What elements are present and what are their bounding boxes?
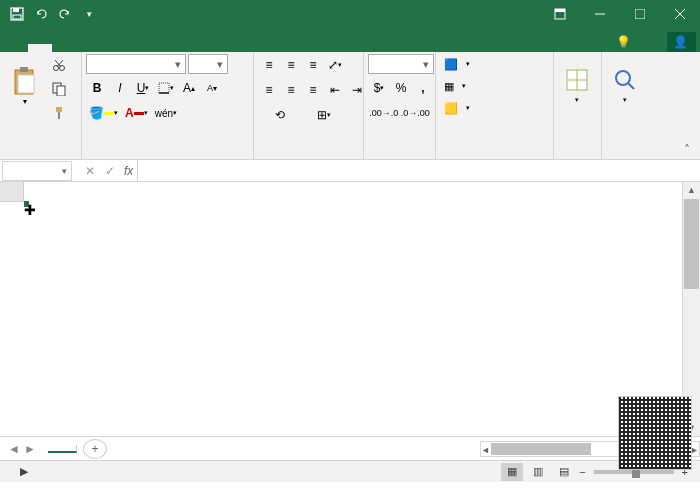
align-middle-button[interactable]: ≡ bbox=[280, 54, 302, 76]
tab-formulas[interactable] bbox=[100, 44, 124, 52]
percent-button[interactable]: % bbox=[390, 77, 412, 99]
conditional-format-button[interactable]: 🟦▾ bbox=[440, 54, 474, 74]
wrap-text-button[interactable]: ⟲ bbox=[258, 104, 302, 126]
scroll-left-button[interactable]: ◄ bbox=[481, 442, 490, 458]
align-top-button[interactable]: ≡ bbox=[258, 54, 280, 76]
accounting-format-button[interactable]: $▾ bbox=[368, 77, 390, 99]
underline-button[interactable]: U▾ bbox=[132, 77, 154, 99]
border-icon bbox=[158, 82, 170, 94]
tab-developer[interactable] bbox=[196, 44, 220, 52]
format-table-button[interactable]: ▦▾ bbox=[440, 76, 474, 96]
tab-data[interactable] bbox=[124, 44, 148, 52]
svg-rect-10 bbox=[20, 67, 28, 72]
enter-formula-button[interactable]: ✓ bbox=[100, 164, 120, 178]
scroll-thumb-vertical[interactable] bbox=[684, 199, 699, 289]
increase-decimal-button[interactable]: .00→.0 bbox=[368, 102, 400, 124]
qat-customize-button[interactable]: ▾ bbox=[78, 3, 100, 25]
scroll-up-button[interactable]: ▲ bbox=[683, 182, 700, 198]
quick-access-toolbar: ▾ bbox=[0, 3, 100, 25]
undo-button[interactable] bbox=[30, 3, 52, 25]
svg-rect-2 bbox=[13, 15, 21, 19]
view-page-layout-button[interactable]: ▥ bbox=[527, 463, 549, 481]
share-icon: 👤 bbox=[673, 35, 688, 49]
merge-button[interactable]: ⊞▾ bbox=[302, 104, 346, 126]
tab-view[interactable] bbox=[172, 44, 196, 52]
view-normal-button[interactable]: ▦ bbox=[501, 463, 523, 481]
cells-group-button[interactable]: ▾ bbox=[558, 54, 596, 118]
ribbon-display-button[interactable] bbox=[540, 0, 580, 28]
tell-me[interactable] bbox=[635, 40, 647, 44]
save-button[interactable] bbox=[6, 3, 28, 25]
group-cells-label bbox=[558, 153, 597, 157]
border-button[interactable]: ▾ bbox=[155, 77, 177, 99]
view-page-break-button[interactable]: ▤ bbox=[553, 463, 575, 481]
align-right-button[interactable]: ≡ bbox=[302, 79, 324, 101]
cut-button[interactable] bbox=[48, 54, 70, 76]
italic-button[interactable]: I bbox=[109, 77, 131, 99]
cell-cursor-icon: ✚ bbox=[24, 202, 36, 218]
bold-button[interactable]: B bbox=[86, 77, 108, 99]
qr-code bbox=[618, 396, 692, 470]
scroll-thumb-horizontal[interactable] bbox=[491, 443, 591, 455]
cell-styles-button[interactable]: 🟨▾ bbox=[440, 98, 474, 118]
font-color-button[interactable]: A▾ bbox=[122, 102, 151, 124]
orientation-button[interactable]: ⤢▾ bbox=[324, 54, 346, 76]
select-all-corner[interactable] bbox=[0, 182, 24, 202]
worksheet-grid[interactable]: ✚ ▲ ▼ bbox=[0, 182, 700, 436]
fx-icon[interactable]: fx bbox=[124, 164, 133, 178]
increase-font-button[interactable]: A▴ bbox=[178, 77, 200, 99]
maximize-button[interactable] bbox=[620, 0, 660, 28]
scissors-icon bbox=[52, 58, 66, 72]
name-box[interactable]: ▾ bbox=[2, 161, 72, 181]
group-styles-label bbox=[440, 153, 549, 157]
svg-rect-18 bbox=[56, 107, 62, 112]
group-font-label bbox=[86, 153, 249, 157]
cell-style-icon: 🟨 bbox=[444, 102, 458, 115]
sheet-nav-prev[interactable]: ◄ bbox=[8, 442, 24, 456]
sheet-tab-1[interactable] bbox=[48, 445, 77, 453]
editing-group-button[interactable]: ▾ bbox=[606, 54, 644, 118]
phonetic-button[interactable]: wén▾ bbox=[152, 102, 180, 124]
decrease-decimal-button[interactable]: .0→.00 bbox=[400, 102, 432, 124]
cells-icon bbox=[565, 68, 589, 92]
copy-icon bbox=[52, 82, 66, 96]
number-format-combo[interactable]: ▾ bbox=[368, 54, 434, 74]
add-sheet-button[interactable]: + bbox=[83, 439, 107, 459]
svg-point-25 bbox=[616, 71, 630, 85]
formula-bar[interactable] bbox=[137, 160, 700, 181]
zoom-slider[interactable] bbox=[594, 470, 674, 474]
comma-button[interactable]: , bbox=[412, 77, 434, 99]
cancel-formula-button[interactable]: ✕ bbox=[80, 164, 100, 178]
zoom-out-button[interactable]: − bbox=[579, 466, 585, 478]
minimize-button[interactable] bbox=[580, 0, 620, 28]
sign-in[interactable] bbox=[651, 40, 663, 44]
collapse-ribbon-button[interactable]: ˄ bbox=[678, 143, 696, 157]
tab-file[interactable] bbox=[4, 44, 28, 52]
sheet-nav-next[interactable]: ► bbox=[24, 442, 40, 456]
copy-button[interactable] bbox=[48, 78, 70, 100]
magnifier-icon bbox=[613, 68, 637, 92]
tab-insert[interactable] bbox=[52, 44, 76, 52]
font-name-combo[interactable]: ▾ bbox=[86, 54, 186, 74]
formula-bar-row: ▾ ✕ ✓ fx bbox=[0, 160, 700, 182]
decrease-indent-button[interactable]: ⇤ bbox=[324, 79, 346, 101]
tab-home[interactable] bbox=[28, 44, 52, 52]
decrease-font-button[interactable]: A▾ bbox=[201, 77, 223, 99]
fill-color-button[interactable]: 🪣▾ bbox=[86, 102, 121, 124]
share-button[interactable]: 👤 bbox=[667, 32, 696, 52]
align-center-button[interactable]: ≡ bbox=[280, 79, 302, 101]
align-bottom-button[interactable]: ≡ bbox=[302, 54, 324, 76]
tab-review[interactable] bbox=[148, 44, 172, 52]
redo-button[interactable] bbox=[54, 3, 76, 25]
align-left-button[interactable]: ≡ bbox=[258, 79, 280, 101]
font-size-combo[interactable]: ▾ bbox=[188, 54, 228, 74]
paste-button[interactable]: ▾ bbox=[4, 54, 46, 118]
sheet-tab-bar: ◄ ► + ◄ ► bbox=[0, 436, 700, 460]
ribbon: ▾ ▾ ▾ B I U▾ ▾ A▴ A▾ 🪣 bbox=[0, 52, 700, 160]
close-button[interactable] bbox=[660, 0, 700, 28]
format-painter-button[interactable] bbox=[48, 102, 70, 124]
ribbon-tabs: 💡 👤 bbox=[0, 28, 700, 52]
macro-record-button[interactable]: ▶ bbox=[20, 465, 28, 478]
clipboard-icon bbox=[12, 67, 38, 97]
tab-page-layout[interactable] bbox=[76, 44, 100, 52]
